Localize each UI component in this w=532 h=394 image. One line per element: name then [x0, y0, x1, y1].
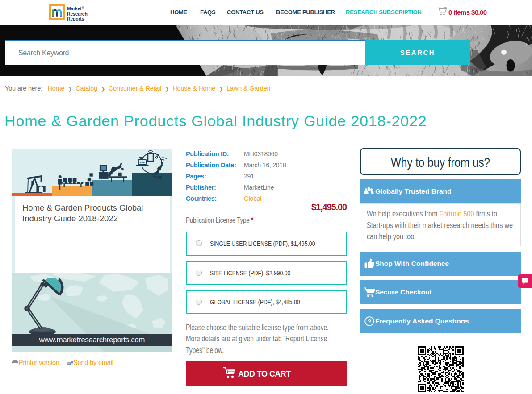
svg-text:Home & Garden Products Global: Home & Garden Products Global — [22, 203, 143, 212]
svg-text:ERP: ERP — [139, 161, 145, 164]
svg-text:Industry Guide 2018-2022: Industry Guide 2018-2022 — [22, 214, 118, 223]
svg-text:?: ? — [368, 318, 371, 325]
svg-text:www.marketresearchreports.com: www.marketresearchreports.com — [39, 336, 145, 344]
